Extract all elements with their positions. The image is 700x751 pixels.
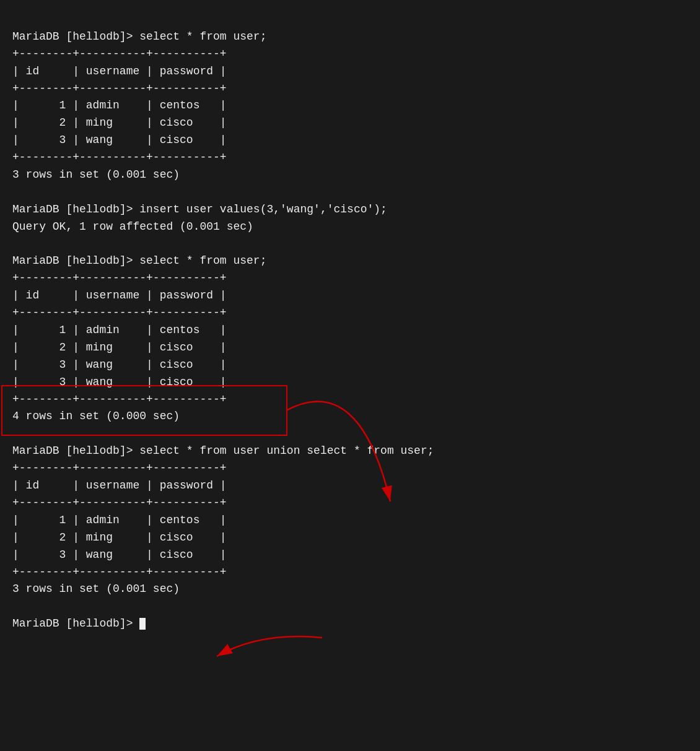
table2-row1: | 1 | admin | centos | <box>12 324 227 336</box>
table3-header: | id | username | password | <box>12 479 227 492</box>
prompt-1: MariaDB [hellodb]> select * from user; <box>12 30 266 43</box>
table1-border-mid: +--------+----------+----------+ <box>12 82 227 95</box>
table1-row2: | 2 | ming | cisco | <box>12 116 227 129</box>
table2-result: 4 rows in set (0.000 sec) <box>12 410 180 422</box>
cursor <box>139 618 146 630</box>
table3-border-bot: +--------+----------+----------+ <box>12 566 227 578</box>
table1-row3: | 3 | wang | cisco | <box>12 134 227 146</box>
table2-border-bot: +--------+----------+----------+ <box>12 393 227 406</box>
insert-result: Query OK, 1 row affected (0.001 sec) <box>12 220 253 233</box>
table1-result: 3 rows in set (0.001 sec) <box>12 168 180 181</box>
table3-row2: | 2 | ming | cisco | <box>12 531 227 544</box>
table3-border-mid: +--------+----------+----------+ <box>12 497 227 509</box>
table3-result: 3 rows in set (0.001 sec) <box>12 583 180 595</box>
table1-border-top: +--------+----------+----------+ <box>12 48 227 60</box>
table1-header: | id | username | password | <box>12 65 227 77</box>
table1-row1: | 1 | admin | centos | <box>12 99 227 111</box>
arrow-2 <box>217 636 322 656</box>
table1-border-bot: +--------+----------+----------+ <box>12 151 227 163</box>
terminal-output: MariaDB [hellodb]> select * from user; +… <box>12 11 688 633</box>
prompt-4: MariaDB [hellodb]> select * from user un… <box>12 445 434 457</box>
table2-row3-highlighted: | 3 | wang | cisco | <box>12 358 227 371</box>
table3-row3: | 3 | wang | cisco | <box>12 549 227 561</box>
prompt-3: MariaDB [hellodb]> select * from user; <box>12 254 266 267</box>
prompt-2: MariaDB [hellodb]> insert user values(3,… <box>12 203 387 215</box>
table2-border-top: +--------+----------+----------+ <box>12 272 227 284</box>
table3-row1: | 1 | admin | centos | <box>12 514 227 526</box>
table3-border-top: +--------+----------+----------+ <box>12 462 227 474</box>
table2-row4-highlighted: | 3 | wang | cisco | <box>12 376 227 388</box>
table2-row2: | 2 | ming | cisco | <box>12 341 227 354</box>
table2-header: | id | username | password | <box>12 289 227 302</box>
final-prompt: MariaDB [hellodb]> <box>12 617 146 630</box>
table2-border-mid: +--------+----------+----------+ <box>12 306 227 319</box>
